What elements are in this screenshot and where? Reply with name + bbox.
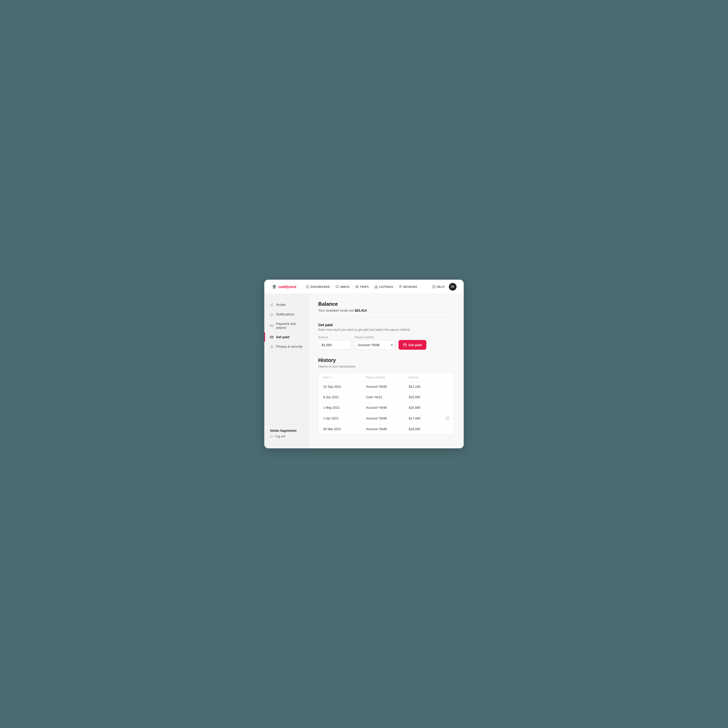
sidebar-item-get-paid[interactable]: Get paid bbox=[264, 332, 309, 342]
cell-amount: $17,000 bbox=[409, 417, 439, 420]
cell-method: Account *0448 bbox=[366, 385, 409, 388]
column-actions bbox=[439, 376, 450, 379]
svg-rect-3 bbox=[336, 286, 339, 287]
cell-amount: $12,100 bbox=[409, 385, 439, 388]
help-icon bbox=[432, 285, 436, 288]
help-button[interactable]: HELP bbox=[432, 285, 445, 288]
nav-item-reviews[interactable]: REVIEWS bbox=[396, 283, 420, 290]
logo[interactable]: cuddlynest bbox=[271, 284, 296, 290]
balance-description: Your available funds are $22,414 bbox=[318, 309, 454, 312]
column-amount: Amount bbox=[409, 376, 439, 379]
cell-amount: $15,000 bbox=[409, 406, 439, 410]
logo-icon bbox=[271, 284, 277, 290]
svg-point-7 bbox=[434, 287, 434, 288]
get-paid-description: Enter how much you want to get paid and … bbox=[318, 328, 454, 332]
table-row: 12 Sep 2021 Account *0448 $12,100 bbox=[318, 382, 454, 392]
cell-method: Account *0448 bbox=[366, 406, 409, 410]
table-header: Date ⇅ Payout method Amount bbox=[318, 373, 454, 382]
svg-rect-9 bbox=[270, 325, 273, 327]
sidebar-item-privacy[interactable]: Privacy & security bbox=[264, 342, 309, 351]
get-paid-form: Amount Payout method Account *0448 Card … bbox=[318, 336, 454, 350]
logo-text: cuddlynest bbox=[278, 285, 296, 289]
payout-label: Payout method bbox=[355, 336, 395, 339]
home-icon bbox=[375, 285, 378, 288]
cell-method: Card *4412 bbox=[366, 395, 409, 399]
nav-right: HELP DV bbox=[432, 283, 457, 291]
svg-point-8 bbox=[271, 304, 272, 305]
sort-icon[interactable]: ⇅ bbox=[330, 376, 332, 379]
history-table: Date ⇅ Payout method Amount 12 Sep 2021 bbox=[318, 373, 454, 434]
app-window: cuddlynest DASHBOARD INBOX bbox=[264, 280, 464, 448]
svg-point-14 bbox=[271, 347, 272, 347]
avatar-button[interactable]: DV bbox=[449, 283, 457, 291]
lock-icon bbox=[270, 345, 274, 349]
main-content: Balance Your available funds are $22,414… bbox=[309, 294, 464, 448]
user-icon bbox=[270, 303, 274, 307]
sidebar-item-payment[interactable]: Payment and payout bbox=[264, 319, 309, 332]
bell-icon bbox=[270, 313, 274, 316]
table-body: 12 Sep 2021 Account *0448 $12,100 9 Jun … bbox=[318, 382, 454, 434]
amount-input[interactable] bbox=[318, 340, 352, 350]
column-payout: Payout method bbox=[366, 376, 409, 379]
balance-amount: $22,414 bbox=[355, 309, 367, 312]
svg-point-17 bbox=[405, 345, 406, 346]
balance-title: Balance bbox=[318, 301, 454, 307]
svg-rect-16 bbox=[403, 344, 406, 346]
table-row: 1 Apr 2021 Account *0448 $17,000 bbox=[318, 413, 454, 424]
cell-amount: $16,000 bbox=[409, 427, 439, 431]
table-row: 1 May 2021 Account *0448 $15,000 bbox=[318, 402, 454, 413]
amount-group: Amount bbox=[318, 336, 352, 350]
envelope-icon bbox=[270, 335, 274, 339]
info-circle-icon bbox=[306, 285, 309, 288]
cell-method: Account *0448 bbox=[366, 417, 409, 420]
sidebar: Profile Notifications bbox=[264, 294, 309, 448]
cell-date: 9 Jun 2021 bbox=[323, 395, 366, 399]
sidebar-item-notifications[interactable]: Notifications bbox=[264, 310, 309, 319]
cell-date: 30 Mar 2021 bbox=[323, 427, 366, 431]
cell-amount: $10,000 bbox=[409, 395, 439, 399]
nav-item-trips[interactable]: TRIPS bbox=[353, 283, 372, 290]
history-title: History bbox=[318, 357, 454, 363]
nav-links: DASHBOARD INBOX TRIPS bbox=[303, 283, 432, 290]
nav-item-dashboard[interactable]: DASHBOARD bbox=[303, 283, 333, 290]
nav-item-listings[interactable]: LISTINGS bbox=[372, 283, 396, 290]
body-layout: Profile Notifications bbox=[264, 294, 464, 448]
history-description: History of your transactions bbox=[318, 365, 454, 369]
top-nav: cuddlynest DASHBOARD INBOX bbox=[264, 280, 464, 294]
star-icon bbox=[399, 285, 402, 288]
chat-icon bbox=[336, 285, 339, 288]
nav-item-inbox[interactable]: INBOX bbox=[333, 283, 352, 290]
table-row: 30 Mar 2021 Account *0448 $16,000 bbox=[318, 424, 454, 434]
suitcase-icon bbox=[355, 285, 359, 288]
sidebar-footer: Stefan Sagmeister Log out bbox=[264, 425, 309, 442]
cell-date: 1 May 2021 bbox=[323, 406, 366, 410]
logout-icon bbox=[270, 435, 273, 438]
credit-card-icon bbox=[270, 324, 274, 327]
sidebar-nav: Profile Notifications bbox=[264, 300, 309, 425]
amount-label: Amount bbox=[318, 336, 352, 339]
cell-date: 1 Apr 2021 bbox=[323, 417, 366, 420]
get-paid-section: Get paid Enter how much you want to get … bbox=[318, 323, 454, 350]
svg-rect-12 bbox=[270, 336, 273, 338]
payout-group: Payout method Account *0448 Card *4412 ▾ bbox=[355, 336, 395, 350]
column-date: Date ⇅ bbox=[323, 376, 366, 379]
payout-select-wrapper: Account *0448 Card *4412 ▾ bbox=[355, 340, 395, 350]
logout-button[interactable]: Log out bbox=[270, 434, 303, 438]
user-name: Stefan Sagmeister bbox=[270, 429, 303, 433]
payout-select[interactable]: Account *0448 Card *4412 bbox=[355, 340, 395, 350]
row-action[interactable] bbox=[439, 416, 450, 421]
svg-point-2 bbox=[307, 286, 308, 286]
history-section: History History of your transactions Dat… bbox=[318, 357, 454, 434]
svg-point-6 bbox=[432, 285, 435, 288]
receipt-icon[interactable] bbox=[445, 416, 450, 421]
wallet-icon bbox=[403, 343, 407, 347]
cell-date: 12 Sep 2021 bbox=[323, 385, 366, 388]
get-paid-title: Get paid bbox=[318, 323, 454, 327]
cell-method: Account *0448 bbox=[366, 427, 409, 431]
sidebar-item-profile[interactable]: Profile bbox=[264, 300, 309, 310]
get-paid-button[interactable]: Get paid bbox=[399, 340, 427, 350]
table-row: 9 Jun 2021 Card *4412 $10,000 bbox=[318, 392, 454, 402]
